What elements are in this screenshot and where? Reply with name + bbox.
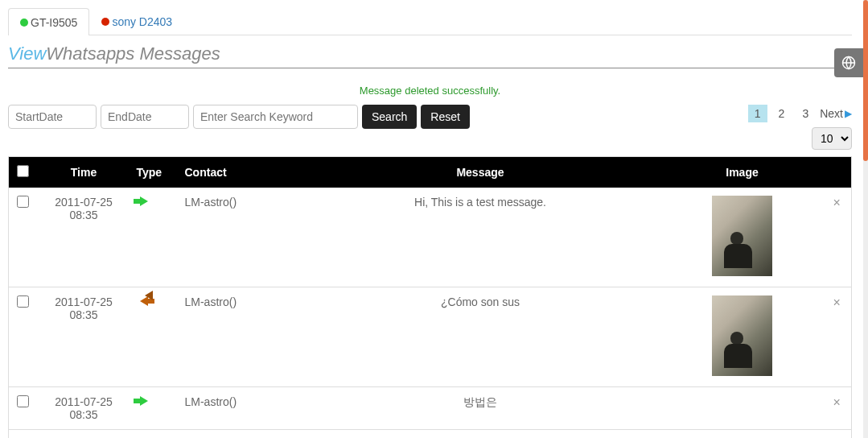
- globe-button[interactable]: [834, 48, 863, 77]
- header-contact: Contact: [179, 157, 299, 188]
- page-3[interactable]: 3: [796, 105, 815, 122]
- cell-time: 2011-07-2508:35: [38, 430, 130, 439]
- tab-device-2[interactable]: sony D2403: [89, 8, 184, 35]
- arrow-outgoing-icon: [140, 196, 148, 206]
- tab-label: sony D2403: [112, 15, 172, 28]
- delete-row-button[interactable]: ×: [823, 387, 852, 430]
- cell-message: Hi, This is a test message.: [299, 188, 662, 287]
- search-button[interactable]: Search: [362, 105, 417, 129]
- table-row: 2011-07-2508:35LM-astro()방법은×: [9, 387, 852, 430]
- cell-message: ¿Cómo son sus: [299, 287, 662, 387]
- select-all-checkbox[interactable]: [17, 165, 29, 177]
- scrollbar-thumb[interactable]: [863, 0, 868, 161]
- globe-icon: [841, 56, 856, 70]
- next-page[interactable]: Next ▶: [820, 107, 852, 120]
- cell-message: 방법은: [299, 387, 662, 430]
- table-row: 2011-07-2508:35LM-astro()Hi, This is a t…: [9, 188, 852, 287]
- cell-message: Hi, This is a test message.: [299, 430, 662, 439]
- table-row: 2011-07-2508:35LM-astro()Hi, This is a t…: [9, 430, 852, 439]
- delete-row-button[interactable]: ×: [823, 287, 852, 387]
- row-checkbox[interactable]: [17, 196, 29, 208]
- cell-time: 2011-07-2508:35: [38, 287, 130, 387]
- tab-label: GT-I9505: [31, 16, 77, 29]
- tab-device-1[interactable]: GT-I9505: [8, 8, 89, 35]
- header-message: Message: [299, 157, 662, 188]
- delete-row-button[interactable]: ×: [823, 188, 852, 287]
- table-row: 2011-07-2508:35LM-astro()¿Cómo son sus×: [9, 287, 852, 387]
- cell-contact: LM-astro(): [179, 287, 299, 387]
- start-date-input[interactable]: [8, 105, 97, 129]
- header-image: Image: [662, 157, 823, 188]
- status-dot-online-icon: [20, 19, 28, 27]
- cell-image: [662, 188, 823, 287]
- cell-contact: LM-astro(): [179, 387, 299, 430]
- cell-type: [130, 430, 179, 439]
- cell-type: [130, 287, 179, 387]
- search-controls: Search Reset: [8, 105, 470, 129]
- status-dot-offline-icon: [101, 18, 109, 26]
- keyword-input[interactable]: [193, 105, 358, 129]
- alert-message: Message deleted successfully.: [8, 85, 852, 97]
- cell-contact: LM-astro(): [179, 188, 299, 287]
- cell-time: 2011-07-2508:35: [38, 188, 130, 287]
- header-time: Time: [38, 157, 130, 188]
- end-date-input[interactable]: [101, 105, 189, 129]
- cell-image: [662, 287, 823, 387]
- cell-image: [662, 387, 823, 430]
- cell-time: 2011-07-2508:35: [38, 387, 130, 430]
- cell-image: Audio File: [662, 430, 823, 439]
- title-view: View: [8, 43, 46, 64]
- reset-button[interactable]: Reset: [421, 105, 470, 129]
- header-type: Type: [130, 157, 179, 188]
- device-tabs: GT-I9505 sony D2403: [8, 8, 852, 35]
- cell-type: [130, 387, 179, 430]
- next-label: Next: [820, 107, 843, 120]
- page-1[interactable]: 1: [748, 105, 767, 122]
- cell-type: [130, 188, 179, 287]
- row-checkbox[interactable]: [17, 295, 29, 308]
- row-checkbox[interactable]: [17, 395, 29, 407]
- arrow-outgoing-icon: [140, 396, 148, 406]
- messages-table: Time Type Contact Message Image 2011-07-…: [8, 156, 852, 438]
- page-title: ViewWhatsapps Messages: [8, 43, 852, 68]
- page-size-select[interactable]: 10: [812, 127, 852, 150]
- pagination: 1 2 3 Next ▶: [748, 105, 852, 122]
- page-2[interactable]: 2: [772, 105, 792, 122]
- message-thumbnail[interactable]: [712, 196, 772, 276]
- title-rest: Whatsapps Messages: [46, 43, 220, 64]
- delete-row-button[interactable]: ×: [823, 430, 852, 439]
- chevron-right-icon: ▶: [845, 108, 852, 119]
- cell-contact: LM-astro(): [179, 430, 299, 439]
- message-thumbnail[interactable]: [712, 295, 772, 376]
